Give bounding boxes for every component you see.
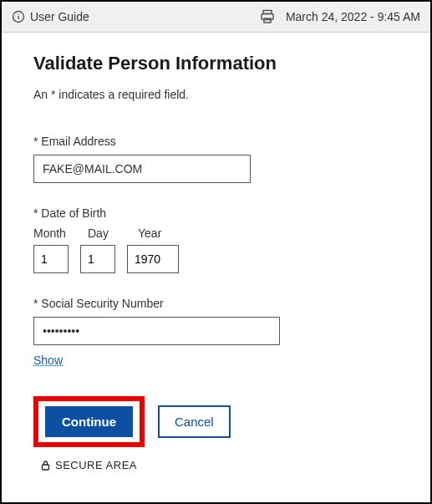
dob-year-label: Year [138, 227, 188, 240]
svg-rect-5 [264, 18, 271, 23]
continue-highlight: Continue [33, 396, 145, 447]
continue-button[interactable]: Continue [45, 406, 133, 437]
dob-label: * Date of Birth [33, 206, 399, 220]
dob-month-label: Month [33, 227, 71, 240]
dob-year-field[interactable] [127, 245, 179, 273]
ssn-label: * Social Security Number [33, 297, 399, 310]
datetime-label: March 24, 2022 - 9:45 AM [286, 10, 420, 23]
secure-label: SECURE AREA [55, 459, 137, 471]
required-hint: An * indicates a required field. [33, 88, 399, 101]
cancel-button[interactable]: Cancel [158, 405, 231, 438]
dob-group: * Date of Birth Month Day Year [33, 206, 399, 273]
email-field[interactable] [33, 155, 251, 183]
svg-rect-6 [43, 465, 49, 470]
button-row: Continue Cancel [33, 396, 399, 447]
user-guide-label: User Guide [30, 10, 89, 23]
page-title: Validate Person Information [33, 53, 399, 74]
top-bar: User Guide March 24, 2022 - 9:45 AM [2, 2, 430, 33]
ssn-group: * Social Security Number Show [33, 297, 399, 368]
email-group: * Email Address [33, 135, 399, 183]
user-guide-link[interactable]: User Guide [12, 10, 89, 23]
secure-area: SECURE AREA [40, 459, 399, 471]
svg-point-2 [18, 13, 18, 14]
email-label: * Email Address [33, 135, 399, 148]
main-content: Validate Person Information An * indicat… [2, 33, 430, 491]
dob-month-field[interactable] [33, 245, 69, 273]
info-icon [12, 10, 25, 23]
print-icon[interactable] [259, 8, 276, 25]
ssn-field[interactable] [33, 317, 280, 345]
ssn-show-toggle[interactable]: Show [33, 354, 63, 367]
lock-icon [40, 460, 51, 471]
dob-day-label: Day [88, 227, 121, 240]
dob-day-field[interactable] [80, 245, 115, 273]
